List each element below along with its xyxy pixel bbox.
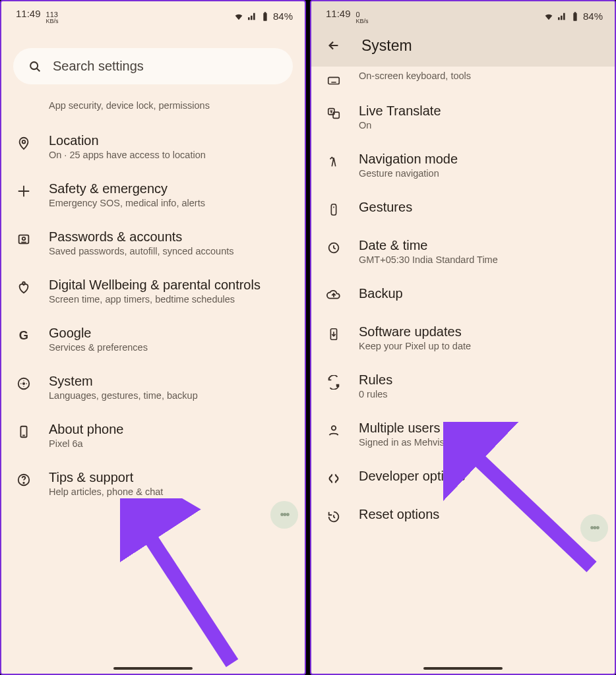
item-subtitle: Help articles, phone & chat — [49, 486, 293, 497]
item-subtitle: Saved passwords, autofill, synced accoun… — [49, 246, 293, 256]
item-title: Multiple users — [359, 421, 603, 436]
item-title: Google — [49, 326, 293, 341]
item-reset[interactable]: Reset options — [311, 496, 615, 535]
gestures-icon — [324, 200, 343, 217]
item-title: Backup — [359, 286, 603, 301]
svg-point-18 — [337, 386, 338, 387]
item-subtitle: On — [359, 120, 603, 131]
item-title: Reset options — [359, 507, 603, 522]
phone-right-system: 11:49 0 KB/s 84% System On-screen keyboa… — [310, 0, 616, 675]
signal-icon — [557, 11, 567, 22]
item-subtitle: 0 rules — [359, 389, 603, 399]
item-wellbeing[interactable]: Digital Wellbeing & parental controlsScr… — [1, 267, 305, 315]
location-icon — [15, 133, 33, 150]
battery-percent: 84% — [273, 11, 293, 22]
about-icon — [15, 422, 33, 439]
item-about[interactable]: About phonePixel 6a — [1, 411, 305, 459]
battery-icon — [570, 11, 580, 22]
item-gestures[interactable]: Gestures — [311, 189, 615, 227]
item-keyboard-partial[interactable]: On-screen keyboard, tools — [311, 67, 615, 93]
item-livetranslate[interactable]: Live TranslateOn — [311, 93, 615, 141]
system-list: Live TranslateOnNavigation modeGesture n… — [311, 93, 615, 674]
item-safety[interactable]: Safety & emergencyEmergency SOS, medical… — [1, 171, 305, 219]
search-icon — [28, 59, 42, 74]
settings-list: LocationOn · 25 apps have access to loca… — [1, 123, 305, 674]
system-header: 11:49 0 KB/s 84% System — [311, 1, 615, 67]
assist-fab[interactable]: ••• — [580, 514, 608, 542]
backup-icon — [324, 286, 343, 303]
item-title: About phone — [49, 422, 293, 437]
item-location[interactable]: LocationOn · 25 apps have access to loca… — [1, 123, 305, 171]
navmode-icon — [324, 152, 343, 169]
item-multiusers[interactable]: Multiple usersSigned in as Mehvish — [311, 410, 615, 458]
item-datetime[interactable]: Date & timeGMT+05:30 India Standard Time — [311, 227, 615, 276]
item-title: Location — [49, 133, 293, 148]
item-software[interactable]: Software updatesKeep your Pixel up to da… — [311, 314, 615, 362]
wifi-icon — [543, 11, 554, 22]
item-title: Digital Wellbeing & parental controls — [49, 278, 293, 293]
tips-icon — [15, 470, 33, 487]
item-title: System — [49, 374, 293, 389]
item-title: Live Translate — [359, 103, 603, 119]
page-title: System — [361, 37, 412, 55]
battery-icon — [260, 11, 270, 22]
item-passwords[interactable]: Passwords & accountsSaved passwords, aut… — [1, 219, 305, 267]
item-google[interactable]: GGoogleServices & preferences — [1, 315, 305, 363]
signal-icon — [247, 11, 257, 22]
status-netspeed: 0 KB/s — [356, 11, 369, 24]
svg-point-2 — [22, 140, 26, 144]
search-placeholder: Search settings — [53, 59, 144, 74]
datetime-icon — [324, 238, 343, 255]
svg-point-4 — [22, 237, 26, 241]
svg-point-11 — [23, 483, 24, 483]
item-title: Developer options — [359, 469, 603, 484]
item-title: Software updates — [359, 324, 603, 339]
item-devopts[interactable]: Developer options — [311, 458, 615, 496]
nav-handle[interactable] — [113, 667, 193, 670]
item-title: Tips & support — [49, 470, 293, 485]
multiusers-icon — [324, 421, 343, 438]
svg-point-8 — [23, 383, 24, 384]
wifi-icon — [233, 11, 244, 22]
item-system[interactable]: SystemLanguages, gestures, time, backup — [1, 363, 305, 411]
nav-handle[interactable] — [423, 667, 503, 670]
reset-icon — [324, 507, 343, 524]
assist-fab[interactable]: ••• — [270, 501, 298, 529]
rules-icon — [324, 372, 343, 390]
status-bar: 11:49 113 KB/s 84% — [1, 1, 305, 28]
livetranslate-icon — [324, 103, 343, 121]
item-subtitle: Languages, gestures, time, backup — [49, 390, 293, 401]
safety-icon — [15, 181, 33, 198]
item-subtitle: On · 25 apps have access to location — [49, 150, 293, 160]
svg-rect-15 — [331, 204, 336, 216]
passwords-icon — [15, 229, 33, 247]
prev-item-subtitle: App security, device lock, permissions — [1, 100, 305, 123]
item-rules[interactable]: Rules0 rules — [311, 362, 615, 410]
keyboard-icon — [326, 73, 341, 88]
svg-point-0 — [30, 62, 38, 69]
svg-line-1 — [37, 68, 40, 71]
item-subtitle: On-screen keyboard, tools — [359, 71, 603, 81]
svg-rect-12 — [328, 77, 340, 84]
svg-point-5 — [22, 282, 25, 285]
item-title: Rules — [359, 372, 603, 388]
item-subtitle: Signed in as Mehvish — [359, 437, 603, 448]
item-tips[interactable]: Tips & supportHelp articles, phone & cha… — [1, 459, 305, 508]
back-button[interactable] — [324, 36, 343, 55]
battery-percent: 84% — [583, 11, 603, 22]
item-backup[interactable]: Backup — [311, 276, 615, 314]
item-subtitle: GMT+05:30 India Standard Time — [359, 254, 603, 265]
item-subtitle: Pixel 6a — [49, 438, 293, 449]
item-title: Gestures — [359, 200, 603, 215]
item-title: Passwords & accounts — [49, 229, 293, 245]
item-title: Navigation mode — [359, 152, 603, 167]
search-settings[interactable]: Search settings — [13, 48, 293, 84]
item-navmode[interactable]: Navigation modeGesture navigation — [311, 141, 615, 189]
item-subtitle: Gesture navigation — [359, 168, 603, 179]
phone-left-settings: 11:49 113 KB/s 84% Search settings App s… — [0, 0, 306, 675]
item-title: Date & time — [359, 238, 603, 253]
system-icon — [15, 374, 33, 391]
software-icon — [324, 324, 343, 341]
item-title: Safety & emergency — [49, 181, 293, 196]
devopts-icon — [324, 469, 343, 486]
